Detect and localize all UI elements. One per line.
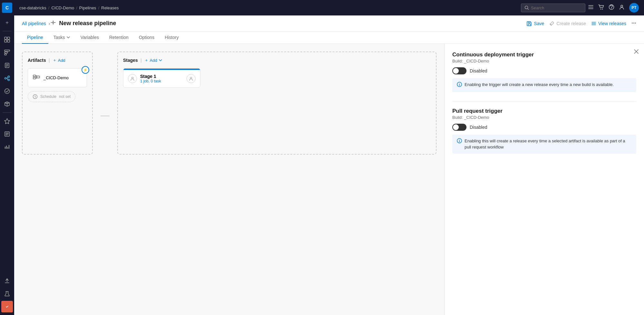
save-button[interactable]: Save bbox=[527, 21, 544, 26]
page-title: New release pipeline bbox=[50, 19, 116, 27]
sidebar-item-artifacts[interactable] bbox=[1, 98, 13, 110]
pipeline-row: Artifacts | ＋ Add ⚡ _CICD-Demo bbox=[22, 52, 437, 155]
clock-icon bbox=[33, 94, 38, 99]
svg-point-23 bbox=[132, 77, 133, 79]
tab-tasks[interactable]: Tasks bbox=[48, 32, 75, 44]
page-breadcrumb[interactable]: All pipelines › bbox=[22, 21, 50, 26]
svg-rect-1 bbox=[7, 37, 10, 39]
pull-request-trigger-toggle[interactable] bbox=[452, 124, 466, 131]
breadcrumb-org[interactable]: cse-databricks bbox=[19, 5, 46, 10]
sidebar-item-add[interactable]: ＋ bbox=[1, 17, 13, 28]
topbar-actions: PT bbox=[588, 3, 639, 13]
list-icon bbox=[591, 21, 596, 26]
tab-variables[interactable]: Variables bbox=[75, 32, 104, 44]
pull-request-trigger-title: Pull request trigger bbox=[452, 108, 636, 114]
continuous-trigger-build: Build: _CICD-Demo bbox=[452, 59, 636, 63]
svg-point-15 bbox=[602, 9, 603, 10]
all-pipelines-link[interactable]: All pipelines bbox=[22, 21, 46, 26]
svg-rect-0 bbox=[5, 37, 7, 39]
svg-rect-19 bbox=[33, 75, 36, 77]
stage-meta[interactable]: 1 job, 0 task bbox=[140, 79, 183, 83]
pull-request-info-text: Enabling this will create a release ever… bbox=[465, 138, 632, 150]
section-divider bbox=[452, 101, 636, 101]
topbar: cse-databricks / CICD-Demo / Pipelines /… bbox=[14, 0, 644, 15]
artifact-card[interactable]: ⚡ _CICD-Demo bbox=[28, 68, 87, 87]
svg-point-8 bbox=[8, 76, 10, 78]
continuous-trigger-title: Continuous deployment trigger bbox=[452, 52, 636, 58]
sidebar-item-flask[interactable] bbox=[1, 288, 13, 300]
sidebar-item-deploy2[interactable] bbox=[1, 275, 13, 287]
sidebar-item-reports[interactable] bbox=[1, 141, 13, 153]
toggle-knob bbox=[453, 68, 459, 74]
person-icon[interactable] bbox=[619, 4, 625, 11]
pull-request-info-icon bbox=[457, 138, 462, 145]
stage-user-left-icon[interactable] bbox=[128, 74, 137, 83]
search-input[interactable] bbox=[531, 5, 579, 10]
view-releases-button[interactable]: View releases bbox=[591, 21, 626, 26]
schedule-label: Schedule bbox=[40, 94, 56, 99]
pull-request-trigger-build: Build: _CICD-Demo bbox=[452, 115, 636, 120]
stages-box: Stages | ＋ Add bbox=[117, 52, 437, 155]
pipeline-canvas: Artifacts | ＋ Add ⚡ _CICD-Demo bbox=[14, 44, 444, 315]
help-icon[interactable] bbox=[609, 4, 614, 11]
cart-icon[interactable] bbox=[598, 4, 604, 11]
page-header: All pipelines › New release pipeline Sav… bbox=[14, 15, 644, 32]
wand-icon bbox=[549, 21, 554, 26]
pull-request-trigger-section: Pull request trigger Build: _CICD-Demo D… bbox=[452, 108, 636, 154]
stage-card[interactable]: Stage 1 1 job, 0 task bbox=[123, 68, 200, 88]
sidebar-divider-2 bbox=[3, 112, 12, 113]
more-options-button[interactable]: ··· bbox=[631, 20, 636, 27]
panel-close-button[interactable] bbox=[634, 49, 639, 55]
artifacts-header: Artifacts | ＋ Add bbox=[28, 57, 87, 63]
sidebar-divider-1 bbox=[3, 31, 12, 31]
tab-pipeline[interactable]: Pipeline bbox=[22, 32, 48, 44]
breadcrumb-project[interactable]: CICD-Demo bbox=[51, 5, 74, 10]
tab-options[interactable]: Options bbox=[134, 32, 159, 44]
sidebar-item-pipelines[interactable] bbox=[1, 72, 13, 84]
pull-request-trigger-info: Enabling this will create a release ever… bbox=[452, 135, 636, 154]
pull-request-toggle-row: Disabled bbox=[452, 124, 636, 131]
tab-bar: Pipeline Tasks Variables Retention Optio… bbox=[14, 32, 644, 44]
continuous-trigger-info-text: Enabling the trigger will create a new r… bbox=[465, 81, 614, 88]
artifacts-box: Artifacts | ＋ Add ⚡ _CICD-Demo bbox=[22, 52, 93, 155]
connector-line bbox=[101, 116, 110, 116]
create-release-button[interactable]: Create release bbox=[549, 21, 586, 26]
sidebar-item-wiki[interactable] bbox=[1, 128, 13, 140]
info-icon bbox=[457, 82, 462, 89]
sidebar-item-overview[interactable] bbox=[1, 34, 13, 45]
schedule-sublabel: not set bbox=[59, 94, 71, 99]
schedule-card[interactable]: Schedule not set bbox=[28, 91, 75, 102]
continuous-trigger-label: Disabled bbox=[470, 68, 487, 73]
tab-history[interactable]: History bbox=[159, 32, 184, 44]
save-icon bbox=[527, 21, 532, 26]
user-avatar[interactable]: PT bbox=[629, 3, 639, 13]
sidebar-logo[interactable]: C bbox=[2, 3, 12, 13]
svg-point-7 bbox=[5, 78, 6, 79]
svg-point-13 bbox=[525, 6, 528, 9]
sidebar-item-repos[interactable] bbox=[1, 60, 13, 71]
add-stage-button[interactable]: ＋ Add bbox=[144, 57, 162, 63]
svg-rect-21 bbox=[37, 76, 40, 78]
sidebar-item-testplans[interactable] bbox=[1, 85, 13, 97]
content-area: Artifacts | ＋ Add ⚡ _CICD-Demo bbox=[14, 44, 644, 315]
search-box[interactable] bbox=[521, 4, 585, 12]
svg-point-17 bbox=[621, 5, 623, 7]
sidebar-item-red[interactable] bbox=[1, 301, 13, 312]
stage-card-body: Stage 1 1 job, 0 task bbox=[123, 70, 200, 87]
stage-user-right-icon[interactable] bbox=[187, 74, 196, 83]
continuous-trigger-toggle[interactable] bbox=[452, 67, 466, 74]
sidebar-item-boards[interactable] bbox=[1, 47, 13, 58]
continuous-trigger-section: Continuous deployment trigger Build: _CI… bbox=[452, 52, 636, 92]
breadcrumb: cse-databricks / CICD-Demo / Pipelines /… bbox=[19, 5, 119, 10]
list-icon[interactable] bbox=[588, 4, 594, 11]
tasks-dropdown-icon bbox=[66, 35, 70, 39]
breadcrumb-pipelines[interactable]: Pipelines bbox=[79, 5, 96, 10]
add-stage-dropdown-icon bbox=[159, 58, 162, 62]
trigger-badge: ⚡ bbox=[82, 66, 89, 74]
sidebar-item-releases[interactable] bbox=[1, 115, 13, 127]
main-content: cse-databricks / CICD-Demo / Pipelines /… bbox=[14, 0, 644, 315]
add-artifact-button[interactable]: ＋ Add bbox=[53, 57, 65, 63]
tab-retention[interactable]: Retention bbox=[104, 32, 134, 44]
breadcrumb-releases[interactable]: Releases bbox=[101, 5, 119, 10]
svg-rect-20 bbox=[33, 77, 36, 79]
